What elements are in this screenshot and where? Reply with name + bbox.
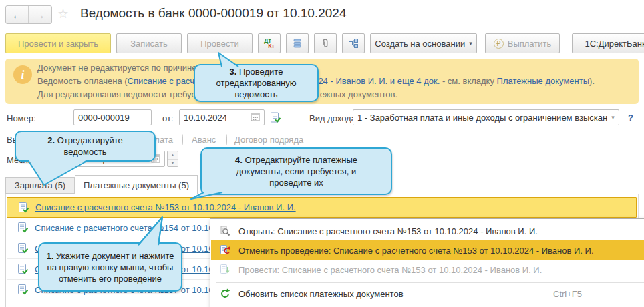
dt-kt-postings-button[interactable]: ДтКт <box>258 33 281 53</box>
callout-text: Отредактируйте платежные документы, если… <box>236 155 357 188</box>
menu-separator <box>216 306 644 306</box>
spinner-down-icon[interactable]: ▼ <box>168 160 178 167</box>
warning-line-2-suffix: ). <box>589 76 595 86</box>
structure-icon <box>348 38 359 49</box>
posted-doc-icon <box>17 264 28 274</box>
radio-contract-label: Договор подряда <box>234 135 303 145</box>
menu-item-label: Открыть: Списание с расчетного счета №15… <box>238 226 538 236</box>
calendar-icon[interactable] <box>251 112 261 123</box>
tab-payment-documents[interactable]: Платежные документы (5) <box>75 175 198 194</box>
attachments-button[interactable] <box>314 33 337 53</box>
directbank-button[interactable]: 1С:ДиректБанк <box>572 33 644 53</box>
callout-text: Укажите документ и нажмите на правую кно… <box>47 251 174 284</box>
save-button[interactable]: Записать <box>116 33 182 53</box>
callout-4: 4. Отредактируйте платежные документы, е… <box>200 147 392 195</box>
warning-line-1: Документ не редактируется по причине: <box>37 63 199 73</box>
date-value: 10.10.2024 <box>184 113 251 123</box>
post-button[interactable]: Провести <box>187 33 253 53</box>
callout-text: Отредактируйте ведомость <box>55 135 123 157</box>
spinner-up-icon[interactable]: ▲ <box>168 151 178 160</box>
menu-shortcut: Ctrl+F5 <box>553 289 582 299</box>
document-link[interactable]: Списание с расчетного счета №154 от 10.1… <box>35 223 235 233</box>
pay-button[interactable]: ₽ Выплатить <box>485 33 560 53</box>
month-spinner[interactable]: ▲▼ <box>167 151 178 167</box>
warning-line-2-mid: - см. вкладку <box>440 76 496 86</box>
combo-arrow-icon[interactable]: ▾ <box>607 110 619 125</box>
paperclip-icon <box>320 38 331 49</box>
related-documents-button[interactable] <box>342 33 365 53</box>
warning-line-2-prefix: Ведомость оплачена ( <box>37 76 128 86</box>
income-type-label: Вид дохода: <box>309 113 359 123</box>
create-based-on-button[interactable]: Создать на основании ▾ <box>370 33 477 53</box>
warning-banner: i Документ не редактируется по причине: … <box>5 59 639 104</box>
callout-number: 3. <box>230 67 237 77</box>
menu-item-open[interactable]: Открыть: Списание с расчетного счета №15… <box>211 222 644 240</box>
radio-contract[interactable] <box>226 134 227 145</box>
posted-doc-icon <box>18 202 29 213</box>
posted-doc-icon[interactable] <box>270 112 281 123</box>
income-type-value: 1 - Заработная плата и иные доходы с огр… <box>357 113 607 123</box>
menu-item-refresh[interactable]: Обновить список платежных документов Ctr… <box>211 284 644 303</box>
info-icon: i <box>13 65 32 84</box>
tab-salary[interactable]: Зарплата (5) <box>5 177 75 194</box>
dt-kt-icon: ДтКт <box>264 38 274 49</box>
create-based-on-label: Создать на основании <box>375 39 465 49</box>
post-doc-icon <box>220 264 230 275</box>
report-list-icon <box>292 38 303 49</box>
number-value: 0000-000019 <box>78 113 148 123</box>
menu-separator <box>216 282 644 283</box>
context-menu: Открыть: Списание с расчетного счета №15… <box>210 218 644 307</box>
page-title: Ведомость в банк 0000-000019 от 10.10.20… <box>80 6 346 21</box>
callout-number: 4. <box>235 155 243 165</box>
nav-history-group: ← → <box>5 5 52 24</box>
document-link[interactable]: Списание с расчетного счета №153 от 10.1… <box>35 202 296 212</box>
posted-doc-icon <box>17 284 28 295</box>
menu-item-label: Провести: Списание с расчетного счета №1… <box>238 265 542 275</box>
menu-item-post[interactable]: Провести: Списание с расчетного счета №1… <box>211 260 644 279</box>
pay-label: Выплатить <box>508 39 552 49</box>
nav-forward-button[interactable]: → <box>29 6 51 23</box>
radio-advance-label: Аванс <box>192 135 216 145</box>
callout-1: 1. Укажите документ и нажмите на правую … <box>38 242 182 292</box>
number-input[interactable]: 0000-000019 <box>73 109 152 125</box>
callout-number: 2. <box>47 135 55 145</box>
posted-doc-icon <box>17 243 28 254</box>
magnifier-icon <box>220 226 230 236</box>
refresh-icon <box>220 288 230 299</box>
callout-number: 1. <box>46 251 53 261</box>
date-label: от: <box>162 113 174 123</box>
nav-back-button[interactable]: ← <box>6 6 29 23</box>
window: { "header": { "back": "←", "forward": "→… <box>0 0 644 307</box>
table-row[interactable]: Списание с расчетного счета №153 от 10.1… <box>7 197 637 218</box>
callout-3: 3. Проведите отредактированную ведомость <box>194 64 319 102</box>
payment-docs-tab-link[interactable]: Платежные документы <box>497 76 589 86</box>
callout-2: 2. Отредактируйте ведомость <box>15 131 156 162</box>
ruble-icon: ₽ <box>494 39 504 49</box>
menu-item-label: Обновить список платежных документов <box>238 289 404 299</box>
undo-post-icon <box>220 245 230 256</box>
help-link[interactable]: ? <box>628 113 633 123</box>
radio-advance[interactable] <box>182 134 183 145</box>
post-and-close-button[interactable]: Провести и закрыть <box>5 33 111 53</box>
reports-button[interactable] <box>286 33 309 53</box>
favorite-star-icon[interactable]: ☆ <box>57 6 69 21</box>
chevron-down-icon: ▾ <box>469 40 472 47</box>
menu-item-undo-post[interactable]: Отменить проведение: Списание с расчетно… <box>211 240 644 260</box>
menu-item-label: Отменить проведение: Списание с расчетно… <box>238 246 594 256</box>
number-label: Номер: <box>7 113 36 123</box>
income-type-select[interactable]: 1 - Заработная плата и иные доходы с огр… <box>353 109 619 125</box>
date-input[interactable]: 10.10.2024 <box>179 109 265 125</box>
posted-doc-icon <box>17 222 28 233</box>
callout-text: Проведите отредактированную ведомость <box>216 67 297 99</box>
